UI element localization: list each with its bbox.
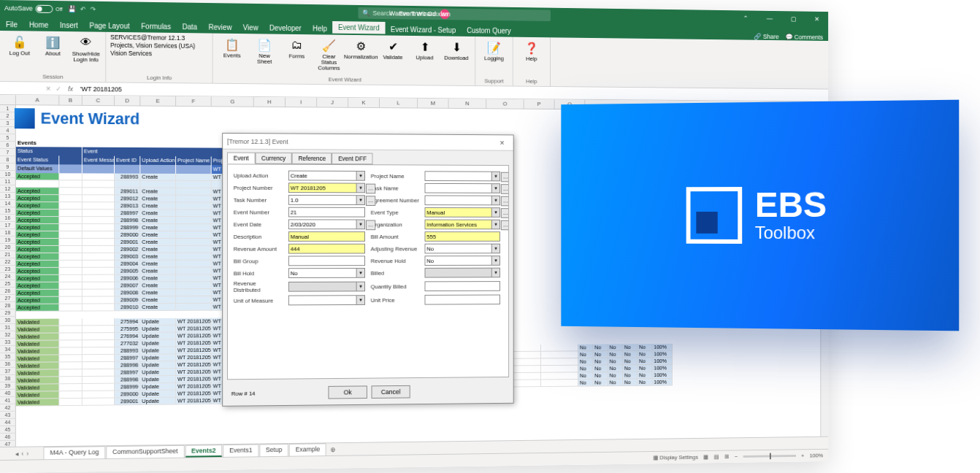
show-hide-login-info-button[interactable]: 👁Show/Hide Login Info (71, 33, 101, 64)
ellipsis-icon[interactable]: … (501, 172, 509, 182)
tab-data[interactable]: Data (177, 20, 203, 33)
row-header[interactable]: 35 (0, 353, 16, 361)
sheet-tab-events2[interactable]: Events2 (185, 445, 222, 457)
col-header[interactable]: H (254, 97, 286, 107)
upload-action-input[interactable]: Create▾ (288, 171, 365, 181)
row-header[interactable]: 17 (0, 222, 16, 229)
tab-custom-query[interactable]: Custom Query (462, 24, 516, 36)
dropdown-icon[interactable]: ▾ (491, 196, 499, 205)
row-header[interactable]: 18 (0, 229, 16, 236)
display-settings[interactable]: ▦ Display Settings (653, 454, 698, 461)
validate-button[interactable]: ✔Validate (378, 36, 407, 73)
sheet-tab-commonsupportsheet[interactable]: CommonSupportSheet (106, 445, 184, 458)
tab-event-wizard[interactable]: Event Wizard (332, 21, 385, 36)
row-header[interactable]: 34 (0, 346, 16, 353)
row-header[interactable]: 14 (0, 200, 16, 207)
dropdown-icon[interactable]: ▾ (356, 296, 364, 304)
close-icon[interactable]: ✕ (806, 12, 829, 27)
dialog-tab-event-dff[interactable]: Event DFF (332, 153, 373, 164)
row-header[interactable]: 44 (0, 419, 16, 426)
row-header[interactable]: 36 (0, 361, 16, 368)
sheet-nav-prev-icon[interactable]: ‹ (21, 450, 23, 457)
dialog-tab-reference[interactable]: Reference (292, 153, 332, 164)
sheet-tab-events1[interactable]: Events1 (223, 445, 259, 457)
dropdown-icon[interactable]: ▾ (491, 256, 499, 265)
tab-file[interactable]: File (0, 18, 23, 31)
cancel-button[interactable]: Cancel (372, 385, 410, 399)
fx-icon[interactable]: fx (64, 85, 77, 92)
tab-home[interactable]: Home (23, 18, 54, 31)
event-type-input[interactable]: Manual▾… (425, 207, 500, 218)
sheet-nav-next-icon[interactable]: › (26, 450, 28, 457)
share-button[interactable]: 🔗 Share (754, 33, 779, 40)
row-header[interactable]: 22 (0, 258, 16, 266)
ellipsis-icon[interactable]: … (366, 196, 375, 206)
row-header[interactable]: 30 (0, 317, 16, 324)
ellipsis-icon[interactable]: … (366, 184, 375, 194)
row-header[interactable]: 1 (0, 105, 16, 112)
tab-developer[interactable]: Developer (264, 22, 307, 34)
accept-formula-icon[interactable]: ✓ (53, 85, 64, 92)
ellipsis-icon[interactable]: … (501, 184, 509, 194)
row-header[interactable]: 4 (0, 127, 16, 134)
col-header[interactable]: M (418, 99, 448, 108)
dialog-tab-currency[interactable]: Currency (255, 153, 291, 164)
row-header[interactable]: 15 (0, 207, 16, 215)
undo-icon[interactable]: ↶ (80, 6, 86, 13)
row-header[interactable]: 28 (0, 302, 16, 309)
row-header[interactable]: 37 (0, 368, 16, 375)
col-header[interactable]: I (286, 97, 317, 107)
dropdown-icon[interactable]: ▾ (356, 269, 364, 277)
search-box[interactable]: 🔍 Search (358, 7, 550, 21)
bill-hold-input[interactable]: No▾ (288, 268, 365, 278)
row-header[interactable]: 29 (0, 309, 16, 317)
description-input[interactable]: Manual (288, 231, 365, 242)
dropdown-icon[interactable]: ▾ (356, 282, 364, 291)
clear-status-columns-button[interactable]: 🧹Clear Status Columns (314, 36, 343, 72)
row-header[interactable]: 6 (0, 142, 16, 149)
row-header[interactable]: 12 (0, 185, 16, 193)
view-break-icon[interactable]: ⊞ (724, 453, 729, 460)
col-header[interactable]: D (115, 96, 140, 105)
col-header[interactable]: B (59, 96, 83, 105)
col-header[interactable]: L (380, 98, 418, 107)
row-header[interactable]: 20 (0, 244, 16, 251)
row-header[interactable]: 25 (0, 280, 16, 288)
minimize-icon[interactable]: — (759, 11, 781, 26)
row-header[interactable]: 23 (0, 266, 16, 273)
ellipsis-icon[interactable]: … (366, 220, 375, 231)
comments-button[interactable]: 💬 Comments (786, 34, 823, 41)
tab-insert[interactable]: Insert (54, 19, 83, 31)
project-number-input[interactable]: WT 20181205▾… (288, 182, 365, 193)
formula-input[interactable]: 'WT 20181205 (77, 85, 125, 93)
events-button[interactable]: 📋Events (217, 35, 247, 72)
billed-input[interactable]: ▾ (425, 268, 500, 278)
unit-of-measure-input[interactable]: ▾ (288, 295, 365, 305)
tab-view[interactable]: View (237, 21, 264, 34)
tab-event-wizard-setup[interactable]: Event Wizard - Setup (385, 23, 461, 36)
autosave-toggle[interactable] (36, 4, 53, 12)
tab-review[interactable]: Review (203, 21, 237, 34)
save-icon[interactable]: 💾 (68, 5, 76, 12)
help-button[interactable]: ❓Help (517, 39, 545, 64)
revenue-distributed-input[interactable]: ▾ (288, 282, 365, 292)
zoom-out-icon[interactable]: − (735, 453, 738, 460)
quantity-billed-input[interactable] (425, 281, 500, 291)
download-button[interactable]: ⬇Download (442, 37, 471, 74)
row-header[interactable]: 41 (0, 397, 16, 404)
row-header[interactable]: 3 (0, 120, 16, 127)
task-number-input[interactable]: 1.0▾… (288, 195, 365, 205)
select-all-corner[interactable] (0, 95, 16, 104)
event-date-input[interactable]: 2/03/2020▾… (288, 219, 365, 229)
dropdown-icon[interactable]: ▾ (491, 269, 499, 277)
row-header[interactable]: 19 (0, 236, 16, 244)
dropdown-icon[interactable]: ▾ (491, 172, 499, 181)
dropdown-icon[interactable]: ▾ (356, 172, 364, 180)
project-name-input[interactable]: ▾… (425, 171, 500, 181)
new-sheet-button[interactable]: 📄New Sheet (250, 35, 279, 72)
row-header[interactable]: 46 (0, 434, 16, 441)
row-header[interactable]: 9 (0, 164, 16, 171)
adjusting-revenue-input[interactable]: No▾ (425, 244, 500, 254)
view-normal-icon[interactable]: ▦ (703, 454, 708, 461)
revenue-hold-input[interactable]: No▾ (425, 255, 500, 266)
